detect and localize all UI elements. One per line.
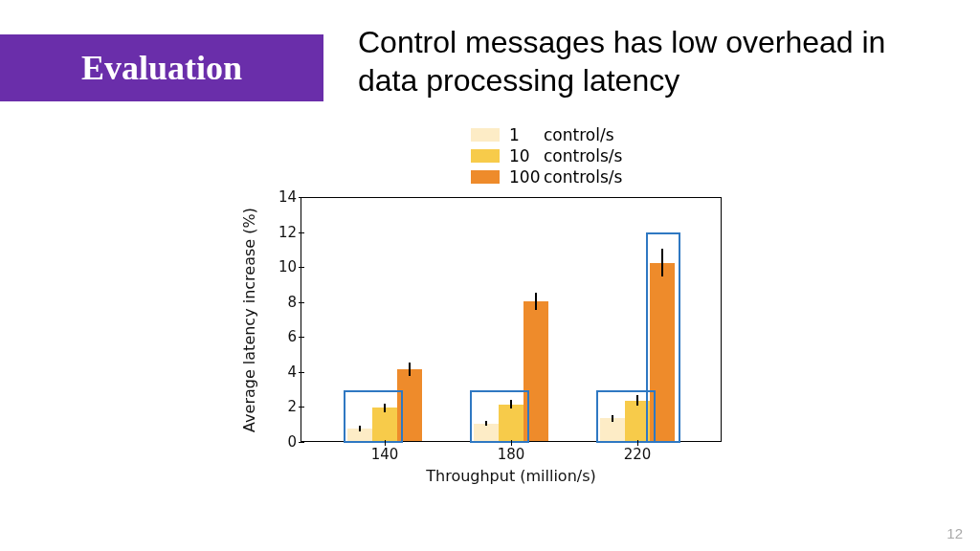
legend-swatch-3 xyxy=(471,170,500,184)
y-tick: 6 xyxy=(268,328,297,345)
annotation-box xyxy=(470,390,529,443)
annotation-box xyxy=(646,232,680,443)
legend-num-1: 1 xyxy=(509,125,544,144)
annotation-box xyxy=(344,390,403,443)
x-tick: 140 xyxy=(356,446,413,463)
y-tick: 0 xyxy=(268,433,297,451)
y-tick: 14 xyxy=(268,188,297,206)
legend-swatch-1 xyxy=(471,128,500,142)
page-number: 12 xyxy=(947,525,963,541)
x-tick: 220 xyxy=(609,446,666,463)
plot-area xyxy=(301,197,722,442)
legend-unit-2: controls/s xyxy=(544,146,622,165)
legend-num-2: 10 xyxy=(509,146,544,165)
y-tick: 4 xyxy=(268,364,297,381)
slide-headline: Control messages has low overhead in dat… xyxy=(358,23,942,99)
legend-swatch-2 xyxy=(471,149,500,163)
legend-unit-3: controls/s xyxy=(544,167,622,187)
legend-item-3: 100 controls/s xyxy=(471,166,622,187)
y-tick: 10 xyxy=(268,258,297,276)
legend-num-3: 100 xyxy=(509,167,544,187)
section-badge-label: Evaluation xyxy=(81,48,242,88)
y-tick: 8 xyxy=(268,294,297,311)
chart: 1 control/s 10 controls/s 100 controls/s… xyxy=(237,124,739,497)
y-axis-label: Average latency increase (%) xyxy=(239,197,258,442)
legend-item-1: 1 control/s xyxy=(471,124,622,145)
legend-item-2: 10 controls/s xyxy=(471,145,622,166)
legend: 1 control/s 10 controls/s 100 controls/s xyxy=(471,124,622,187)
x-tick: 180 xyxy=(482,446,540,463)
legend-unit-1: control/s xyxy=(544,125,614,144)
error-bar xyxy=(409,363,411,377)
y-tick: 12 xyxy=(268,224,297,241)
slide: Evaluation Control messages has low over… xyxy=(0,0,980,551)
y-tick: 2 xyxy=(268,398,297,415)
error-bar xyxy=(535,293,537,310)
x-axis-label: Throughput (million/s) xyxy=(301,467,722,485)
section-badge: Evaluation xyxy=(0,34,323,101)
